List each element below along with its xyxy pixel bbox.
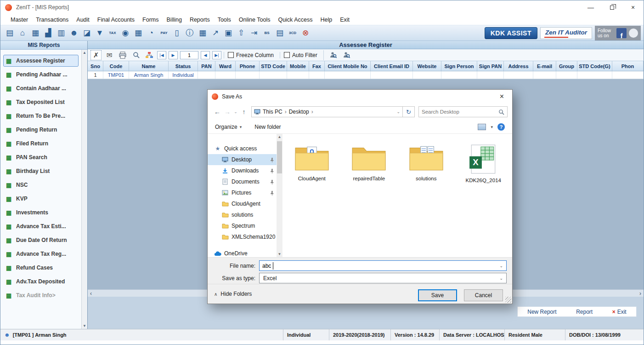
scroll-right-icon[interactable]: › <box>639 290 641 297</box>
tree-spectrum[interactable]: Spectrum <box>208 220 277 231</box>
column-header-ward[interactable]: Ward <box>215 61 236 71</box>
cancel-button[interactable]: Cancel <box>464 289 503 301</box>
column-header-email[interactable]: E-mail <box>533 61 556 71</box>
social-icon[interactable] <box>629 29 638 38</box>
mail-icon[interactable]: ✉ <box>104 50 115 60</box>
filter-icon[interactable]: ▼ <box>93 27 106 39</box>
refresh-icon[interactable]: ↻ <box>403 106 415 117</box>
tree-desktop[interactable]: Desktop <box>208 154 277 165</box>
sidebar-item-assessee-register[interactable]: ▦Assessee Register <box>3 55 79 67</box>
menu-forms[interactable]: Forms <box>142 17 158 23</box>
sidebar-item-pending-aadhaar[interactable]: ▦Pending Aadhaar ... <box>3 69 79 80</box>
column-header-pan[interactable]: PAN <box>198 61 215 71</box>
scroll-up-icon[interactable]: ▲ <box>83 51 86 55</box>
spreadsheet-icon[interactable]: ▦ <box>196 27 209 39</box>
new-report-link[interactable]: New Report <box>527 309 556 315</box>
table-row[interactable]: 1 TMP01 Arman Singh Individual <box>88 71 644 79</box>
sidebar-item-advance-tax-estimation[interactable]: ▦Advance Tax Esti... <box>3 220 79 232</box>
eraser-icon[interactable]: ◪ <box>80 27 93 39</box>
menu-reports[interactable]: Reports <box>190 17 210 23</box>
sidebar-item-advance-tax-register[interactable]: ▦Advance Tax Reg... <box>3 248 79 260</box>
close-circle-icon[interactable]: ⊗ <box>299 27 312 39</box>
tax-icon[interactable]: TAX <box>106 27 119 39</box>
tree-documents[interactable]: Documents <box>208 176 277 187</box>
scroll-up-icon[interactable]: ▲ <box>278 135 282 139</box>
search-icon[interactable] <box>498 109 504 115</box>
sidebar-item-pending-return[interactable]: ▦Pending Return <box>3 124 79 136</box>
info-icon[interactable]: ⓘ <box>183 27 196 39</box>
search-input[interactable] <box>422 109 497 115</box>
back-icon[interactable]: ← <box>212 108 222 115</box>
organize-button[interactable]: Organize ▾ <box>215 124 242 130</box>
tree-downloads[interactable]: Downloads <box>208 165 277 176</box>
menu-help[interactable]: Help <box>320 17 332 23</box>
new-folder-button[interactable]: New folder <box>254 124 281 130</box>
menu-transactions[interactable]: Transactions <box>36 17 68 23</box>
sidebar-item-tax-audit-info[interactable]: ▦Tax Audit Info> <box>3 289 79 301</box>
prev-page-button[interactable]: ▶ <box>169 51 178 59</box>
schedule-icon[interactable]: ▣ <box>222 27 235 39</box>
sidebar-item-birthday-list[interactable]: ▦Birthday List <box>3 165 79 177</box>
sidebar-item-contain-aadhaar[interactable]: ▦Contain Aadhaar ... <box>3 82 79 94</box>
column-header-status[interactable]: Status <box>169 61 198 71</box>
column-header-sign-p[interactable]: Sign PAN <box>477 61 504 71</box>
report-icon[interactable]: ▤ <box>273 27 286 39</box>
page-number-input[interactable] <box>180 51 198 59</box>
menu-audit[interactable]: Audit <box>76 17 90 23</box>
disc-icon[interactable]: ◉ <box>119 27 132 39</box>
sidebar-item-return-to-be-prepared[interactable]: ▦Return To Be Pre... <box>3 110 79 122</box>
home-icon[interactable]: ⌂ <box>16 27 29 39</box>
file-name-dropdown-icon[interactable]: ⌄ <box>499 264 503 268</box>
address-dropdown-icon[interactable]: ⌄ <box>396 109 400 114</box>
breadcrumb-desktop[interactable]: Desktop <box>289 109 309 115</box>
freeze-column-checkbox[interactable] <box>228 52 234 58</box>
menu-quick-access[interactable]: Quick Access <box>278 17 312 23</box>
print-icon[interactable] <box>117 50 128 60</box>
scroll-left-icon[interactable]: ‹ <box>90 290 92 297</box>
column-header-name[interactable]: Name <box>129 61 169 71</box>
file-cloudagent[interactable]: CloudAgent <box>287 144 337 183</box>
file-kdk26q-2014[interactable]: X KDK26Q_2014 <box>458 144 509 183</box>
hide-folders-button[interactable]: ∧ Hide Folders <box>214 291 252 297</box>
column-header-website[interactable]: Website <box>413 61 441 71</box>
clients-icon[interactable]: ☻ <box>68 27 80 39</box>
kdk-assist-button[interactable]: KDK ASSIST <box>485 27 537 39</box>
column-header-sno[interactable]: Sno <box>88 61 103 71</box>
calendar-grid-icon[interactable]: ▥ <box>55 27 68 39</box>
assessee-icon[interactable]: ▤ <box>3 27 16 39</box>
report-link[interactable]: Report <box>576 309 593 315</box>
sidebar-item-pan-search[interactable]: ▦PAN Search <box>3 151 79 163</box>
column-header-std-code[interactable]: STD Code <box>260 61 287 71</box>
help-icon[interactable]: ? <box>497 123 505 131</box>
column-header-fax[interactable]: Fax <box>309 61 325 71</box>
tree-quick-access[interactable]: ★ Quick access <box>208 143 277 154</box>
sidebar-scrollbar[interactable]: ▲ ▼ <box>81 50 87 329</box>
scroll-down-icon[interactable]: ▼ <box>83 324 86 328</box>
column-header-sign-person[interactable]: Sign Person <box>441 61 477 71</box>
column-header-code[interactable]: Code <box>103 61 129 71</box>
hierarchy-icon[interactable] <box>144 50 155 60</box>
facebook-icon[interactable]: f <box>616 28 627 38</box>
scroll-down-icon[interactable]: ▼ <box>278 252 282 256</box>
document-icon[interactable]: ▯ <box>170 27 183 39</box>
zoom-icon[interactable] <box>130 50 141 60</box>
auto-filter-checkbox[interactable] <box>284 52 290 58</box>
breadcrumb-this-pc[interactable]: This PC <box>263 109 282 115</box>
column-header-client-email[interactable]: Client Email ID <box>371 61 413 71</box>
sidebar-item-filed-return[interactable]: ▦Filed Return <box>3 138 79 150</box>
dialog-close-button[interactable]: × <box>491 90 512 103</box>
save-type-select[interactable]: Excel ⌄ <box>259 273 507 283</box>
chart-icon[interactable]: ▟ <box>42 27 55 39</box>
sidebar-item-nsc[interactable]: ▦NSC <box>3 179 79 191</box>
view-dropdown-icon[interactable]: ▾ <box>491 125 493 129</box>
first-page-button[interactable]: |◀ <box>157 51 166 59</box>
sidebar-item-investments[interactable]: ▦Investments <box>3 207 79 218</box>
folder-up-icon[interactable]: ⇧ <box>235 27 248 39</box>
menu-final-accounts[interactable]: Final Accounts <box>97 17 135 23</box>
menu-master[interactable]: Master <box>11 17 28 23</box>
pay-icon[interactable]: PAY <box>158 27 170 39</box>
restore-button[interactable] <box>601 0 622 14</box>
history-dropdown-icon[interactable]: ⌄ <box>232 109 239 114</box>
bs-icon[interactable]: BS <box>260 27 273 39</box>
sidebar-item-kvp[interactable]: ▦KVP <box>3 193 79 205</box>
